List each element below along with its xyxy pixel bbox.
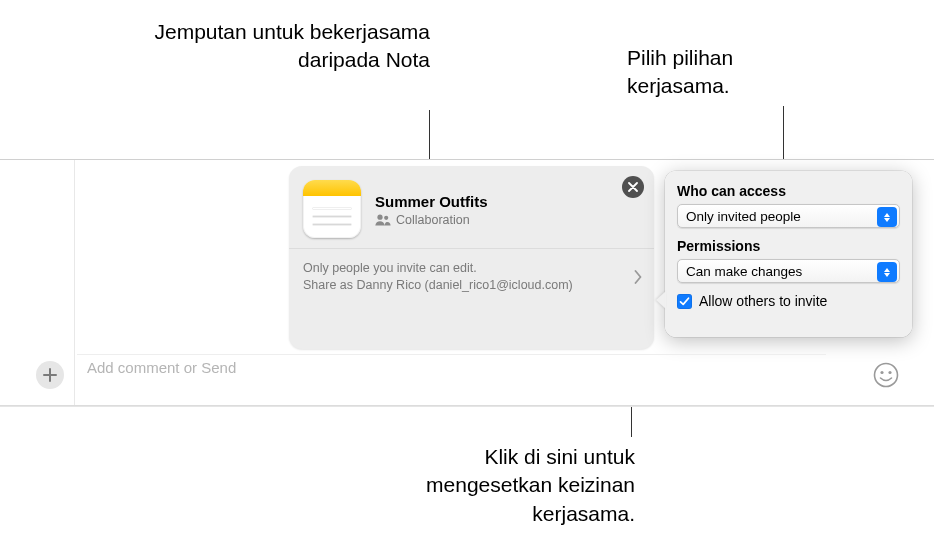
svg-point-1 <box>384 216 388 220</box>
permissions-label: Permissions <box>677 238 900 254</box>
callout-line <box>429 110 430 159</box>
bottom-divider <box>0 405 934 406</box>
close-button[interactable] <box>622 176 644 198</box>
people-icon <box>375 214 391 226</box>
share-as-text: Share as Danny Rico (daniel_rico1@icloud… <box>303 277 640 294</box>
svg-point-4 <box>888 371 891 374</box>
callout-line <box>783 106 784 159</box>
emoji-button[interactable] <box>872 361 900 389</box>
share-settings-row[interactable]: Only people you invite can edit. Share a… <box>289 248 654 306</box>
edit-permission-text: Only people you invite can edit. <box>303 261 640 275</box>
callout-text-options: Pilih pilihan kerjasama. <box>627 44 827 101</box>
who-can-access-value: Only invited people <box>686 209 801 224</box>
svg-point-0 <box>377 215 382 220</box>
allow-others-invite-label: Allow others to invite <box>699 293 827 309</box>
chevron-right-icon[interactable] <box>634 270 642 284</box>
permissions-value: Can make changes <box>686 264 802 279</box>
add-attachment-button[interactable] <box>36 361 64 389</box>
note-title: Summer Outfits <box>375 193 488 210</box>
collaboration-label: Collaboration <box>396 213 470 227</box>
select-arrows-icon <box>877 262 897 282</box>
callout-text-permissions: Klik di sini untuk mengesetkan keizinan … <box>410 443 635 528</box>
svg-point-3 <box>880 371 883 374</box>
compose-input[interactable]: Add comment or Send <box>77 354 826 382</box>
callout-text-invitation: Jemputan untuk bekerjasama daripada Nota <box>150 18 430 75</box>
who-can-access-select[interactable]: Only invited people <box>677 204 900 228</box>
compose-placeholder: Add comment or Send <box>87 359 236 376</box>
who-can-access-label: Who can access <box>677 183 900 199</box>
select-arrows-icon <box>877 207 897 227</box>
allow-others-invite-checkbox[interactable] <box>677 294 692 309</box>
notes-app-icon <box>303 180 361 238</box>
collaboration-options-popover: Who can access Only invited people Permi… <box>665 171 912 337</box>
svg-point-2 <box>875 364 898 387</box>
collaboration-invite-card[interactable]: Summer Outfits Collaboration Only people… <box>289 166 654 349</box>
permissions-select[interactable]: Can make changes <box>677 259 900 283</box>
